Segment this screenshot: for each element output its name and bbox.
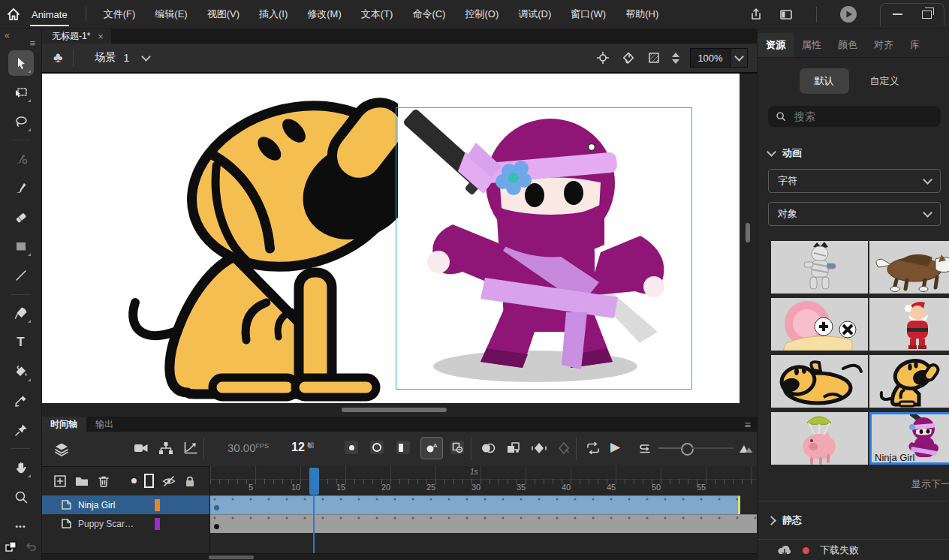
lasso-tool[interactable] bbox=[8, 109, 34, 134]
canvas-horizontal-scrollbar[interactable] bbox=[41, 403, 757, 417]
menu-view[interactable]: 视图(V) bbox=[197, 0, 249, 29]
create-tween-icon[interactable] bbox=[531, 441, 547, 456]
tab-properties[interactable]: 属性 bbox=[794, 33, 830, 57]
eyedropper-tool[interactable] bbox=[8, 388, 34, 414]
character-filter-dropdown[interactable]: 字符 bbox=[768, 169, 941, 193]
clip-content-icon[interactable] bbox=[646, 50, 661, 65]
edit-symbols-icon[interactable]: ♣ bbox=[53, 50, 62, 66]
paint-bucket-tool[interactable] bbox=[8, 359, 34, 384]
search-input[interactable] bbox=[793, 110, 933, 123]
scene-dropdown-chevron-icon[interactable] bbox=[141, 52, 151, 62]
eraser-tool[interactable] bbox=[8, 204, 34, 230]
document-tab[interactable]: 无标题-1* × bbox=[41, 29, 111, 44]
asset-thumb-snail[interactable] bbox=[771, 298, 868, 351]
collapse-panel-icon[interactable]: « bbox=[5, 30, 10, 41]
stage-canvas[interactable] bbox=[41, 72, 740, 403]
ninja-girl-drawing[interactable] bbox=[396, 108, 690, 387]
asset-search-box[interactable] bbox=[768, 106, 941, 127]
new-folder-icon[interactable] bbox=[74, 474, 89, 488]
tab-library[interactable]: 库 bbox=[902, 33, 928, 57]
asset-thumb-wolf[interactable] bbox=[869, 241, 949, 294]
outline-view-icon[interactable] bbox=[144, 474, 154, 488]
puppy-drawing[interactable] bbox=[113, 89, 398, 402]
center-stage-icon[interactable] bbox=[595, 50, 610, 65]
default-assets-button[interactable]: 默认 bbox=[800, 68, 849, 94]
zoom-level-value[interactable]: 100% bbox=[690, 48, 731, 68]
layer-row-puppy[interactable]: Puppy Scar… bbox=[41, 514, 209, 533]
text-tool[interactable]: T bbox=[8, 330, 34, 355]
tab-align[interactable]: 对齐 bbox=[866, 33, 902, 57]
subselection-tool[interactable] bbox=[8, 80, 34, 105]
playhead-marker[interactable] bbox=[309, 468, 319, 495]
onion-skin-icon[interactable] bbox=[480, 441, 496, 456]
menu-debug[interactable]: 调试(D) bbox=[508, 0, 561, 29]
layer-color-swatch[interactable] bbox=[155, 499, 160, 511]
transformation-point[interactable] bbox=[589, 144, 595, 151]
asset-warp-pin-tool[interactable] bbox=[8, 417, 34, 443]
frame-span-ninja-girl[interactable] bbox=[210, 495, 740, 514]
hand-tool[interactable] bbox=[8, 455, 34, 480]
lock-layers-icon[interactable] bbox=[184, 474, 196, 488]
workspace-icon[interactable] bbox=[779, 7, 794, 22]
canvas-vertical-scrollbar-handle[interactable] bbox=[746, 223, 750, 242]
menu-insert[interactable]: 插入(I) bbox=[249, 0, 297, 29]
tab-color[interactable]: 颜色 bbox=[830, 33, 866, 57]
timeline-zoom-slider-knob[interactable] bbox=[681, 443, 694, 456]
auto-keyframe-toggle[interactable]: A bbox=[420, 437, 443, 459]
camera-icon[interactable] bbox=[133, 441, 149, 456]
keyframe-dot[interactable] bbox=[214, 524, 219, 529]
menu-window[interactable]: 窗口(W) bbox=[561, 0, 616, 29]
timeline-scrollbar-handle[interactable] bbox=[209, 555, 254, 559]
home-button[interactable] bbox=[0, 7, 27, 22]
layer-stack-icon[interactable] bbox=[53, 441, 70, 457]
current-frame[interactable]: 12 帧 bbox=[291, 441, 314, 454]
edit-multiple-frames-icon[interactable] bbox=[505, 441, 522, 456]
canvas-horizontal-scrollbar-handle[interactable] bbox=[342, 408, 447, 412]
parenting-view-icon[interactable] bbox=[158, 441, 174, 456]
menu-text[interactable]: 文本(T) bbox=[351, 0, 403, 29]
section-animated[interactable]: 动画 bbox=[768, 146, 949, 160]
stage-selection-box[interactable] bbox=[396, 107, 692, 390]
remove-frames-button[interactable] bbox=[450, 441, 464, 454]
cloud-download-icon[interactable] bbox=[777, 544, 792, 556]
tab-assets[interactable]: 资源 bbox=[758, 33, 794, 57]
menu-commands[interactable]: 命令(C) bbox=[402, 0, 455, 29]
asset-thumb-pig-parachute[interactable] bbox=[771, 412, 868, 465]
tab-timeline[interactable]: 时间轴 bbox=[41, 417, 86, 432]
resize-timeline-view-icon[interactable] bbox=[738, 441, 755, 456]
zoom-stepper[interactable] bbox=[672, 53, 679, 64]
play-button[interactable]: ▶ bbox=[610, 439, 620, 455]
loop-playback-range-icon[interactable] bbox=[637, 441, 653, 456]
selection-tool[interactable] bbox=[8, 50, 34, 76]
pen-tool[interactable] bbox=[8, 300, 34, 326]
restore-button[interactable] bbox=[922, 11, 932, 19]
menu-file[interactable]: 文件(F) bbox=[94, 0, 146, 29]
minimize-button[interactable] bbox=[893, 14, 902, 15]
rotation-tool-icon[interactable] bbox=[621, 50, 636, 65]
asset-thumb-puppy-sitting[interactable] bbox=[869, 355, 949, 408]
object-filter-dropdown[interactable]: 对象 bbox=[768, 202, 941, 226]
insert-frame-button[interactable] bbox=[396, 441, 410, 454]
fluid-brush-tool[interactable] bbox=[8, 146, 34, 171]
asset-thumb-mummy[interactable] bbox=[771, 241, 868, 294]
menu-control[interactable]: 控制(O) bbox=[455, 0, 508, 29]
new-layer-icon[interactable] bbox=[53, 474, 67, 488]
delete-layer-trash-icon[interactable] bbox=[97, 474, 110, 488]
frame-span-puppy[interactable] bbox=[210, 514, 758, 533]
timeline-horizontal-scrollbar[interactable] bbox=[41, 553, 757, 560]
show-next-link[interactable]: 显示下一个 bbox=[911, 477, 949, 491]
timeline-panel-menu-icon[interactable]: ≡ bbox=[745, 419, 751, 431]
asset-thumb-ninja-girl[interactable]: Ninja Girl bbox=[869, 412, 949, 465]
zoom-tool[interactable] bbox=[8, 484, 34, 510]
graph-editor-icon[interactable] bbox=[182, 441, 199, 456]
close-tab-icon[interactable]: × bbox=[98, 31, 104, 42]
classic-brush-tool[interactable] bbox=[8, 175, 34, 200]
share-icon[interactable] bbox=[749, 7, 764, 22]
timeline-zoom-slider-track[interactable] bbox=[658, 447, 684, 449]
fill-stroke-swap-icon[interactable] bbox=[5, 540, 18, 554]
zoom-dropdown[interactable] bbox=[731, 48, 748, 68]
app-title[interactable]: Animate bbox=[30, 3, 69, 26]
timeline-frames-area[interactable]: 1s 5 10 15 20 25 30 35 40 45 50 55 bbox=[209, 466, 758, 553]
show-hide-layers-eye-icon[interactable] bbox=[161, 474, 176, 488]
layer-color-swatch[interactable] bbox=[155, 518, 160, 530]
